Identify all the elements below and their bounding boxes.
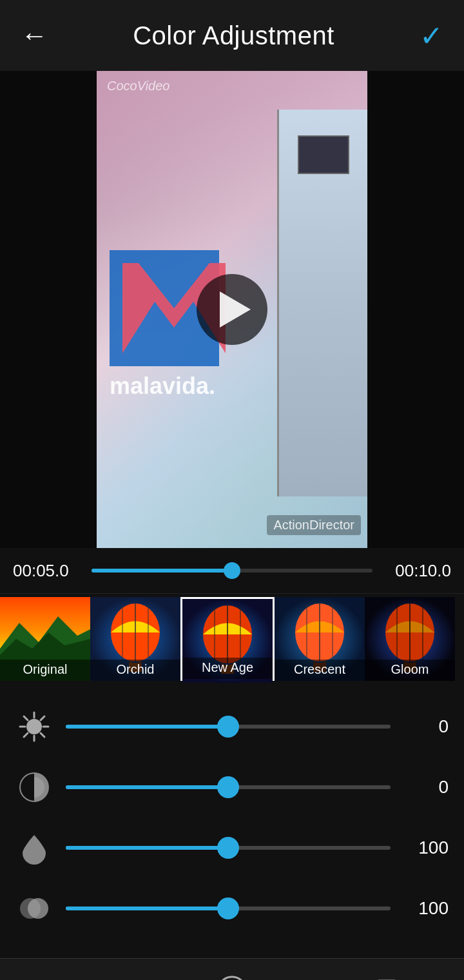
svg-line-44 — [41, 716, 44, 720]
equipment-screen — [298, 135, 349, 174]
video-watermark: CocoVideo — [97, 71, 367, 101]
filter-item-original[interactable]: Original — [0, 597, 90, 681]
nav-home-button[interactable] — [209, 968, 255, 981]
filter-label-newage: New Age — [182, 658, 273, 679]
filter-label-orchid: Orchid — [90, 660, 180, 681]
fade-value: 100 — [403, 898, 449, 919]
brightness-icon — [15, 708, 53, 745]
fade-icon — [15, 890, 53, 927]
timeline-fill — [92, 569, 232, 573]
confirm-button[interactable]: ✓ — [420, 19, 443, 52]
timeline: 00:05.0 00:10.0 — [0, 548, 464, 593]
brightness-value: 0 — [403, 716, 449, 737]
nav-back-button[interactable] — [55, 968, 100, 981]
contrast-fill — [66, 785, 228, 789]
filter-label-original: Original — [0, 660, 90, 681]
bottom-nav — [0, 958, 464, 980]
contrast-row: 0 — [0, 757, 464, 818]
action-director-label: ActionDirector — [267, 515, 361, 535]
contrast-thumb[interactable] — [217, 776, 239, 798]
page-title: Color Adjustment — [133, 21, 334, 50]
filter-label-crescent: Crescent — [275, 660, 365, 681]
saturation-slider[interactable] — [66, 846, 391, 850]
svg-line-42 — [24, 716, 28, 720]
svg-line-45 — [24, 733, 28, 737]
play-icon — [220, 291, 251, 328]
video-preview: CocoVideo malavida. — [0, 71, 464, 548]
brightness-thumb[interactable] — [217, 716, 239, 738]
header: ← Color Adjustment ✓ — [0, 0, 464, 71]
fade-thumb[interactable] — [217, 897, 239, 919]
filter-item-crescent[interactable]: Crescent — [275, 597, 365, 681]
contrast-value: 0 — [403, 777, 449, 798]
timeline-track[interactable] — [92, 569, 372, 573]
brightness-row: 0 — [0, 696, 464, 757]
saturation-row: 100 — [0, 818, 464, 878]
play-button[interactable] — [197, 274, 267, 345]
fade-row: 100 — [0, 878, 464, 939]
contrast-icon — [15, 769, 53, 806]
filter-item-gloom[interactable]: Gloom — [365, 597, 455, 681]
video-right-bar — [367, 71, 464, 548]
video-frame: CocoVideo malavida. — [97, 71, 367, 548]
timeline-thumb[interactable] — [224, 562, 240, 579]
brightness-slider[interactable] — [66, 725, 391, 729]
contrast-slider[interactable] — [66, 785, 391, 789]
saturation-fill — [66, 846, 228, 850]
back-button[interactable]: ← — [21, 22, 48, 49]
equipment-graphic — [277, 110, 367, 496]
time-start: 00:05.0 — [13, 561, 84, 581]
fade-slider[interactable] — [66, 906, 391, 910]
video-left-bar — [0, 71, 97, 548]
saturation-icon — [15, 829, 53, 867]
svg-point-37 — [26, 719, 42, 734]
time-end: 00:10.0 — [380, 561, 451, 581]
brightness-fill — [66, 725, 228, 729]
saturation-track — [66, 846, 391, 850]
brightness-track — [66, 725, 391, 729]
fade-fill — [66, 906, 228, 910]
filter-strip: Original — [0, 593, 464, 683]
saturation-thumb[interactable] — [217, 837, 239, 859]
nav-recent-button[interactable] — [364, 968, 409, 981]
brand-text: malavida. — [110, 373, 215, 400]
filter-label-gloom: Gloom — [365, 660, 455, 681]
saturation-value: 100 — [403, 838, 449, 858]
contrast-track — [66, 785, 391, 789]
svg-line-43 — [41, 733, 44, 737]
svg-point-50 — [218, 977, 246, 981]
sliders-section: 0 0 — [0, 683, 464, 958]
filter-item-orchid[interactable]: Orchid — [90, 597, 180, 681]
filter-item-newage[interactable]: New Age — [180, 597, 275, 681]
fade-track — [66, 906, 391, 910]
svg-point-48 — [28, 898, 48, 919]
